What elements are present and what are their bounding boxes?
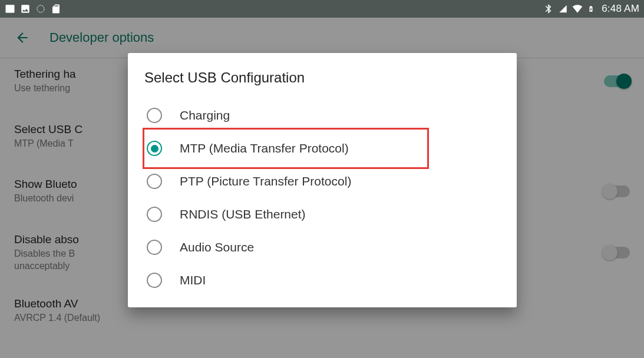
radio-option[interactable]: Charging (144, 99, 500, 132)
battery-icon (587, 4, 595, 14)
radio-label: Charging (180, 108, 230, 122)
radio-option[interactable]: MIDI (144, 264, 500, 297)
radio-option[interactable]: Audio Source (144, 231, 500, 264)
wifi-icon (572, 4, 583, 14)
square-icon (5, 4, 15, 14)
bluetooth-icon (543, 4, 554, 14)
radio-icon[interactable] (147, 207, 162, 222)
radio-icon[interactable] (147, 240, 162, 255)
radio-option[interactable]: MTP (Media Transfer Protocol) (144, 130, 427, 167)
radio-label: PTP (Picture Transfer Protocol) (180, 174, 351, 188)
circle-icon (35, 4, 46, 14)
radio-option[interactable]: RNDIS (USB Ethernet) (144, 198, 500, 231)
radio-label: RNDIS (USB Ethernet) (180, 207, 306, 221)
status-bar: 6:48 AM (0, 0, 644, 18)
radio-label: MIDI (180, 273, 206, 287)
dialog-title: Select USB Configuration (144, 69, 500, 86)
radio-label: Audio Source (180, 240, 254, 254)
svg-rect-0 (6, 5, 15, 13)
svg-point-1 (37, 5, 44, 12)
signal-icon (559, 4, 567, 14)
sd-card-icon (51, 4, 61, 14)
radio-icon[interactable] (147, 141, 162, 156)
usb-config-dialog: Select USB Configuration ChargingMTP (Me… (128, 53, 517, 307)
radio-icon[interactable] (147, 108, 162, 123)
radio-option[interactable]: PTP (Picture Transfer Protocol) (144, 165, 500, 198)
radio-icon[interactable] (147, 174, 162, 189)
radio-label: MTP (Media Transfer Protocol) (180, 141, 349, 155)
image-icon (20, 4, 31, 14)
clock-text: 6:48 AM (602, 3, 639, 15)
radio-icon[interactable] (147, 273, 162, 288)
